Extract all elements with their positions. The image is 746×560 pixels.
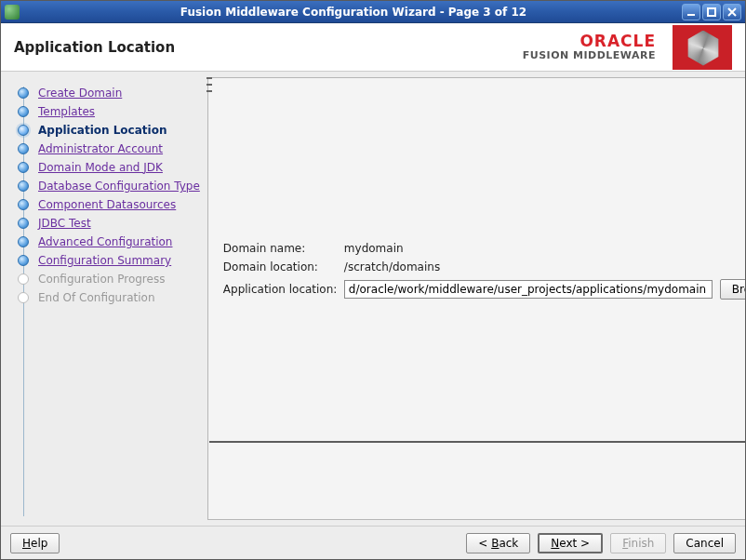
domain-location-label: Domain location: [223,260,344,273]
app-icon [5,5,20,20]
cancel-button[interactable]: Cancel [673,533,736,553]
wizard-step-5[interactable]: Database Configuration Type [18,180,200,193]
step-dot-icon [18,87,29,99]
step-dot-icon [18,292,29,303]
wizard-step-0[interactable]: Create Domain [18,87,200,100]
wizard-step-label[interactable]: Database Configuration Type [38,180,200,193]
wizard-step-7[interactable]: JDBC Test [18,217,200,230]
wizard-step-6[interactable]: Component Datasources [18,198,200,211]
step-dot-icon [18,273,29,285]
header-bar: Application Location ORACLE FUSION MIDDL… [1,23,745,72]
application-location-input[interactable] [344,280,713,299]
wizard-step-sidebar: Create DomainTemplatesApplication Locati… [1,72,207,526]
minimize-button[interactable] [682,4,700,20]
wizard-step-2: Application Location [18,124,200,137]
step-dot-icon [18,236,29,247]
wizard-step-4[interactable]: Domain Mode and JDK [18,161,200,174]
wizard-step-label[interactable]: JDBC Test [38,217,91,230]
brand-fusion-middleware: FUSION MIDDLEWARE [523,50,656,61]
wizard-step-9[interactable]: Configuration Summary [18,254,200,267]
brand-oracle: ORACLE [523,33,656,50]
wizard-step-label[interactable]: Domain Mode and JDK [38,161,163,174]
step-dot-icon [18,180,29,192]
step-dot-icon [18,199,29,210]
browse-button[interactable]: Browse [720,279,746,300]
wizard-step-label[interactable]: Configuration Summary [38,254,171,267]
wizard-step-label[interactable]: Templates [38,105,95,118]
back-button[interactable]: < Back [466,533,530,553]
wizard-step-label: Application Location [38,124,167,137]
close-button[interactable] [723,4,741,20]
wizard-step-3[interactable]: Administrator Account [18,142,200,155]
domain-location-value: /scratch/domains [344,260,440,273]
domain-name-value: mydomain [344,242,404,255]
step-dot-icon [18,218,29,229]
help-button[interactable]: Help [10,533,60,553]
domain-name-label: Domain name: [223,242,344,255]
titlebar[interactable]: Fusion Middleware Configuration Wizard -… [1,1,745,23]
svg-rect-0 [708,8,715,16]
wizard-step-8[interactable]: Advanced Configuration [18,235,200,248]
step-dot-icon [18,162,29,173]
oracle-brand: ORACLE FUSION MIDDLEWARE [523,25,732,70]
wizard-step-label[interactable]: Advanced Configuration [38,235,172,248]
maximize-button[interactable] [702,4,721,20]
step-dot-icon [18,106,29,117]
finish-button: Finish [610,533,666,553]
application-location-label: Application location: [223,283,344,296]
step-dot-icon [18,125,29,136]
main-panel: Domain name: mydomain Domain location: /… [207,77,746,520]
wizard-step-10: Configuration Progress [18,273,200,286]
wizard-step-1[interactable]: Templates [18,105,200,118]
window-title: Fusion Middleware Configuration Wizard -… [25,6,682,19]
wizard-step-label[interactable]: Create Domain [38,87,122,100]
step-dot-icon [18,255,29,266]
wizard-step-label[interactable]: Component Datasources [38,198,176,211]
next-button[interactable]: Next > [538,533,603,553]
wizard-step-label: Configuration Progress [38,273,165,286]
help-button-rest: elp [31,537,47,550]
step-dot-icon [18,143,29,154]
wizard-step-11: End Of Configuration [18,291,200,304]
wizard-button-bar: Help < Back Next > Finish Cancel [1,526,745,559]
panel-grip-icon [206,77,214,92]
brand-badge-icon [673,25,732,70]
wizard-step-label: End Of Configuration [38,291,154,304]
wizard-step-label[interactable]: Administrator Account [38,142,163,155]
message-panel [209,441,746,519]
page-title: Application Location [14,39,523,56]
